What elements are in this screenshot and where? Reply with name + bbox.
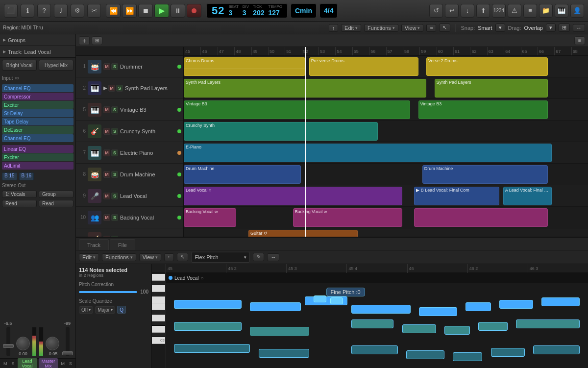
solo-8[interactable]: S bbox=[111, 171, 118, 178]
automation-read-btn[interactable]: Read bbox=[2, 200, 37, 207]
fader-track-right[interactable] bbox=[66, 327, 70, 356]
pitch-note-20[interactable] bbox=[351, 345, 398, 354]
fast-forward-btn[interactable]: ⏩ bbox=[122, 4, 137, 18]
clip-synth-pad-1[interactable]: Synth Pad Layers bbox=[184, 79, 426, 98]
pitch-note-17[interactable] bbox=[516, 319, 579, 328]
clip-drum-machine-1[interactable]: Drum Machine bbox=[184, 165, 301, 184]
metronome-btn[interactable]: ♩ bbox=[54, 4, 68, 18]
piano-keys[interactable]: C3 bbox=[152, 273, 165, 345]
plugin-de-esser[interactable]: DeEsser bbox=[2, 126, 74, 134]
solo-10[interactable]: S bbox=[111, 214, 118, 221]
pitch-slider[interactable] bbox=[79, 291, 137, 293]
piano-key-black-ab3[interactable] bbox=[152, 321, 165, 326]
plugin-channel-eq-2[interactable]: Channel EQ bbox=[2, 134, 74, 142]
mute-10[interactable]: M bbox=[103, 214, 110, 221]
menu-btn[interactable]: ≡ bbox=[523, 4, 537, 18]
pitch-note-16[interactable] bbox=[478, 322, 508, 331]
plugin-tape-delay[interactable]: Tape Delay bbox=[2, 118, 74, 125]
track-options-btn[interactable]: ⊞ bbox=[92, 36, 102, 45]
save-btn[interactable]: ↓ bbox=[461, 4, 474, 18]
add-track-btn[interactable]: + bbox=[79, 36, 90, 45]
track-section[interactable]: ▶ Track: Lead Vocal bbox=[0, 46, 75, 58]
groups-section[interactable]: ▶ Groups bbox=[0, 34, 75, 46]
plugin-adlimit[interactable]: AdLimit bbox=[2, 162, 74, 170]
solo-6[interactable]: S bbox=[111, 128, 118, 135]
preset2-btn[interactable]: Hyped Mix bbox=[39, 60, 74, 71]
fader-thumb-left[interactable] bbox=[3, 344, 14, 348]
track-view-btn[interactable]: ≡ bbox=[574, 36, 585, 45]
key-display[interactable]: Cmin bbox=[291, 3, 317, 18]
fader-thumb-right[interactable] bbox=[62, 351, 73, 355]
mute-9[interactable]: M bbox=[103, 193, 110, 199]
app-icon-btn[interactable]: ⬛ bbox=[4, 4, 18, 18]
mute-1[interactable]: M bbox=[103, 63, 110, 70]
functions-menu[interactable]: Functions ▾ bbox=[364, 24, 398, 32]
solo-btn-1[interactable]: S bbox=[10, 361, 16, 367]
plugin-channel-eq-1[interactable]: Channel EQ bbox=[2, 84, 74, 92]
tab-track[interactable]: Track bbox=[79, 239, 109, 250]
pitch-note-13[interactable] bbox=[351, 319, 393, 328]
piano-key-white-g3[interactable] bbox=[152, 326, 165, 333]
rewind-btn[interactable]: ⏪ bbox=[106, 4, 121, 18]
up-arrow-btn[interactable]: ↑ bbox=[329, 24, 339, 32]
piano-key-white-c3[interactable]: C3 bbox=[152, 337, 165, 344]
mute-8[interactable]: M bbox=[103, 171, 110, 178]
align-btn[interactable]: ⊞ bbox=[559, 24, 570, 32]
cursor-btn[interactable]: ↔ bbox=[573, 24, 585, 32]
scale-off-select[interactable]: Off ▾ bbox=[79, 306, 93, 314]
preset1-btn[interactable]: Bright Vocal bbox=[2, 60, 37, 71]
editor-cursor-btn[interactable]: ↔ bbox=[267, 253, 279, 261]
pitch-note-4[interactable] bbox=[314, 295, 326, 302]
group-btn[interactable]: Group bbox=[39, 191, 74, 198]
clip-backing-vocal-3[interactable] bbox=[414, 208, 547, 227]
pitch-note-5[interactable] bbox=[330, 297, 343, 304]
mixer-btn[interactable]: ⚙ bbox=[71, 4, 84, 18]
clip-vintage-b3-1[interactable]: Vintage B3 bbox=[184, 100, 410, 119]
play-btn[interactable]: ▶ bbox=[154, 4, 169, 18]
mute-2[interactable]: M bbox=[108, 85, 115, 92]
piano-key-black-gb3[interactable] bbox=[152, 333, 165, 337]
clip-lead-vocal-final-a[interactable]: A Lead Vocal: Final Co bbox=[503, 187, 552, 205]
edit-menu[interactable]: Edit ▾ bbox=[341, 24, 361, 32]
tool1-btn[interactable]: ↖ bbox=[439, 24, 450, 32]
midi-draw-btn[interactable]: ≈ bbox=[164, 253, 174, 261]
stop-btn[interactable]: ⏹ bbox=[138, 4, 153, 18]
record-btn[interactable] bbox=[187, 4, 201, 18]
bus1-btn[interactable]: B 15 bbox=[2, 172, 17, 180]
plugin-compressor-1[interactable]: Compressor bbox=[2, 93, 74, 100]
piano-key-black-eb4[interactable] bbox=[152, 281, 165, 285]
mute-6[interactable]: M bbox=[103, 128, 110, 135]
piano-btn[interactable]: 🎹 bbox=[555, 4, 568, 18]
clip-epiano[interactable]: E-Piano bbox=[184, 144, 552, 162]
plugin-linear-eq[interactable]: Linear EQ bbox=[2, 145, 74, 153]
clip-vintage-b3-2[interactable]: Vintage B3 bbox=[418, 100, 548, 119]
arrange-area[interactable]: 4546474849505152535455565758596061626364… bbox=[184, 47, 588, 237]
solo-9[interactable]: S bbox=[111, 193, 118, 199]
pitch-note-18[interactable] bbox=[174, 344, 250, 353]
pitch-note-2[interactable] bbox=[250, 302, 300, 311]
pan-knob-left[interactable] bbox=[16, 337, 30, 350]
view-menu[interactable]: View ▾ bbox=[401, 24, 424, 32]
mute-btn-2[interactable]: M bbox=[59, 361, 66, 367]
quantize-btn[interactable]: Q bbox=[117, 306, 126, 314]
clip-lead-vocal-1[interactable]: Lead Vocal ○ bbox=[184, 187, 402, 205]
vocals-btn[interactable]: 1: Vocals bbox=[2, 191, 37, 198]
clip-verse2-drums[interactable]: Verse 2 Drums bbox=[426, 57, 548, 76]
pause-btn[interactable]: ⏸ bbox=[171, 4, 185, 18]
editor-functions-menu[interactable]: Functions ▾ bbox=[102, 253, 136, 261]
editor-view-menu[interactable]: View ▾ bbox=[139, 253, 162, 261]
automation-read2-btn[interactable]: Read bbox=[39, 200, 74, 207]
pitch-note-14[interactable] bbox=[402, 324, 436, 333]
midi-btn[interactable]: ≈ bbox=[426, 24, 436, 32]
clip-preverse-drums[interactable]: Pre-verse Drums bbox=[309, 57, 418, 76]
solo-7[interactable]: S bbox=[111, 149, 118, 156]
solo-btn-2[interactable]: S bbox=[68, 361, 74, 367]
pitch-note-22[interactable] bbox=[453, 352, 482, 361]
piano-key-white-b3[interactable] bbox=[152, 303, 165, 310]
undo-btn[interactable]: ↩ bbox=[445, 4, 459, 18]
pan-knob-right[interactable] bbox=[46, 337, 59, 350]
help-btn[interactable]: ? bbox=[37, 4, 51, 18]
piano-key-white-a3[interactable] bbox=[152, 315, 165, 321]
count-btn[interactable]: 1234 bbox=[492, 4, 506, 18]
editor-pencil-btn[interactable]: ✎ bbox=[253, 253, 264, 261]
